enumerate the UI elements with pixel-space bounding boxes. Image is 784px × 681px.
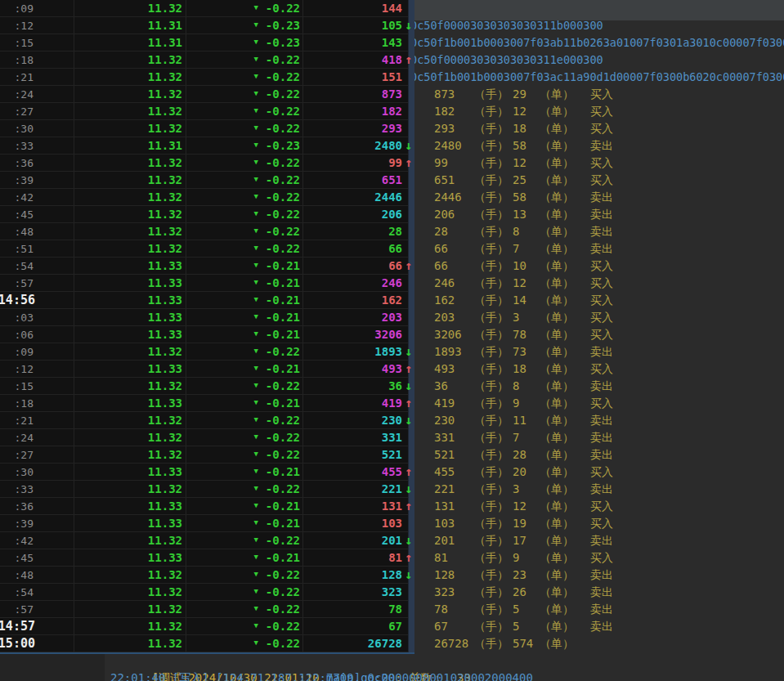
tick-volume: 66 <box>303 240 404 257</box>
orders-unit-label: （单） <box>540 446 590 464</box>
tick-time: :57 <box>0 275 74 291</box>
tick-row[interactable]: :1511.31▼-0.23143 <box>0 34 414 52</box>
console-line-trade: 323（手）26（单）卖出 <box>414 584 784 601</box>
tick-row[interactable]: :5111.32▼-0.2266 <box>0 240 414 258</box>
console-line-trade: 651（手）25（单）买入 <box>414 172 784 189</box>
tick-row[interactable]: :0311.33▼-0.21203 <box>0 309 414 326</box>
tick-row[interactable]: :1211.33▼-0.21493↑ <box>0 361 414 378</box>
tick-row[interactable]: :1811.33▼-0.21419↑ <box>0 395 414 412</box>
tick-row[interactable]: :5411.33▼-0.2166↑ <box>0 258 414 275</box>
tick-price: 11.33 <box>74 326 186 343</box>
tick-row[interactable]: :3911.32▼-0.22651 <box>0 172 414 189</box>
tick-row[interactable]: :0911.32▼-0.22144 <box>0 0 414 17</box>
tick-volume: 203 <box>303 309 404 325</box>
tick-change-value: -0.22 <box>266 603 300 616</box>
console-line-trade: 2480（手）58（单）卖出 <box>414 137 784 155</box>
console-line-trade: 2446（手）58（单）卖出 <box>414 189 784 206</box>
trade-volume: 293 <box>434 120 474 137</box>
down-arrow-icon: ↓ <box>405 380 412 392</box>
tick-row[interactable]: :3011.33▼-0.21455↑ <box>0 464 414 481</box>
orders-unit-label: （单） <box>540 240 590 258</box>
tick-row[interactable]: :4811.32▼-0.22128↓ <box>0 567 414 584</box>
tick-row[interactable]: 14:5711.32▼-0.2267 <box>0 618 414 635</box>
tick-change: ▼-0.22 <box>186 378 303 394</box>
trade-direction: 卖出 <box>590 532 613 549</box>
tick-row[interactable]: 15:0011.32▼-0.2226728 <box>0 635 414 652</box>
tick-time: :03 <box>0 309 74 325</box>
down-arrow-icon: ↓ <box>405 483 412 495</box>
tick-row[interactable]: :3311.32▼-0.22221↓ <box>0 481 414 498</box>
tick-row[interactable]: :1811.32▼-0.22418↑ <box>0 52 414 69</box>
tick-row[interactable]: :2111.32▼-0.22151 <box>0 69 414 86</box>
orders-unit-label: （单） <box>540 292 590 309</box>
tick-price: 11.32 <box>74 103 186 119</box>
tick-time: :54 <box>0 584 74 600</box>
trade-volume: 651 <box>434 172 474 189</box>
console-line-trade: 230（手）11（单）卖出 <box>414 412 784 429</box>
tick-row[interactable]: :4211.32▼-0.22201↓ <box>0 532 414 549</box>
tick-volume: 455 <box>303 464 404 480</box>
tick-arrow-cell: ↓ <box>404 137 414 154</box>
trade-direction: 买入 <box>590 275 613 292</box>
trade-order-count: 574 <box>513 635 540 652</box>
trade-volume: 203 <box>434 309 474 326</box>
tick-row[interactable]: :1211.31▼-0.23105↓ <box>0 17 414 34</box>
trade-volume: 182 <box>434 103 474 120</box>
trade-volume: 2446 <box>434 189 474 206</box>
down-arrow-icon: ↓ <box>405 535 412 547</box>
tick-row[interactable]: :4511.32▼-0.22206 <box>0 206 414 223</box>
tick-row[interactable]: :2711.32▼-0.22521 <box>0 446 414 464</box>
tick-price: 11.33 <box>74 258 186 274</box>
down-arrow-icon: ↓ <box>405 346 412 358</box>
tick-row[interactable]: :3011.32▼-0.22293 <box>0 120 414 137</box>
console-line-trade: 66（手）7（单）卖出 <box>414 240 784 258</box>
tick-row[interactable]: 14:5611.33▼-0.21162 <box>0 292 414 309</box>
tick-row[interactable]: :3611.32▼-0.2299↑ <box>0 155 414 172</box>
lots-unit-label: （手） <box>474 395 513 412</box>
tick-row[interactable]: :2411.32▼-0.22873 <box>0 86 414 103</box>
console-line-trade: 873（手）29（单）买入 <box>414 86 784 103</box>
tick-row[interactable]: :3911.33▼-0.21103 <box>0 515 414 532</box>
console-line-hex: 0c50f1b001b0003007f03ab11b0263a01007f030… <box>410 34 784 52</box>
tick-change: ▼-0.21 <box>186 326 303 343</box>
lots-unit-label: （手） <box>474 86 513 103</box>
lots-unit-label: （手） <box>474 258 513 275</box>
tick-row[interactable]: :4811.32▼-0.2228 <box>0 223 414 240</box>
tick-row[interactable]: :4211.32▼-0.222446 <box>0 189 414 206</box>
tick-change: ▼-0.22 <box>186 223 303 240</box>
tick-row[interactable]: :3611.33▼-0.21131↑ <box>0 498 414 515</box>
tick-row[interactable]: :2411.32▼-0.22331 <box>0 429 414 446</box>
tick-row[interactable]: :2111.32▼-0.22230↓ <box>0 412 414 429</box>
tick-volume: 105 <box>303 17 404 34</box>
orders-unit-label: （单） <box>540 429 590 446</box>
tick-row[interactable]: :3311.31▼-0.232480↓ <box>0 137 414 155</box>
tick-time: :09 <box>0 343 74 360</box>
trade-direction: 卖出 <box>590 567 613 584</box>
down-triangle-icon: ▼ <box>253 364 258 372</box>
tick-arrow-cell <box>404 69 414 85</box>
trade-volume: 493 <box>434 361 474 378</box>
tick-volume: 2446 <box>303 189 404 205</box>
tick-row[interactable]: :5411.32▼-0.22323 <box>0 584 414 601</box>
console-line-trade: 419（手）9（单）买入 <box>414 395 784 412</box>
trade-order-count: 19 <box>513 515 540 532</box>
tick-row[interactable]: :1511.32▼-0.2236↓ <box>0 378 414 395</box>
tick-change: ▼-0.21 <box>186 549 303 566</box>
tick-time: :39 <box>0 172 74 188</box>
trade-order-count: 29 <box>513 86 540 103</box>
trade-direction: 卖出 <box>590 137 613 155</box>
tick-row[interactable]: :0611.33▼-0.213206 <box>0 326 414 343</box>
tick-row[interactable]: :0911.32▼-0.221893↓ <box>0 343 414 361</box>
tick-change: ▼-0.21 <box>186 464 303 480</box>
tick-volume: 103 <box>303 515 404 531</box>
trade-direction: 买入 <box>590 464 613 481</box>
lots-unit-label: （手） <box>474 584 513 601</box>
tick-row[interactable]: :4511.33▼-0.2181↑ <box>0 549 414 567</box>
tick-time: :51 <box>0 240 74 257</box>
tick-row[interactable]: :5711.33▼-0.21246 <box>0 275 414 292</box>
tick-row[interactable]: :5711.32▼-0.2278 <box>0 601 414 618</box>
up-arrow-icon: ↑ <box>405 260 412 272</box>
tick-volume: 67 <box>303 618 404 634</box>
tick-row[interactable]: :2711.32▼-0.22182 <box>0 103 414 120</box>
tick-change-value: -0.23 <box>266 36 300 49</box>
